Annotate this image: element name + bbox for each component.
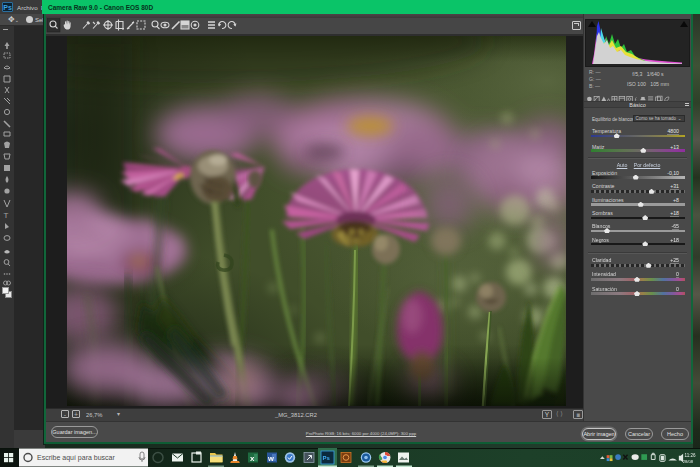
svg-text:Escribe aquí para buscar: Escribe aquí para buscar: [37, 454, 115, 462]
svg-text:11:26: 11:26: [685, 453, 697, 458]
svg-text:Ps: Ps: [323, 455, 331, 461]
svg-text:T: T: [4, 211, 9, 220]
svg-text:28/08: 28/08: [683, 459, 694, 464]
svg-text:w: w: [267, 454, 274, 463]
